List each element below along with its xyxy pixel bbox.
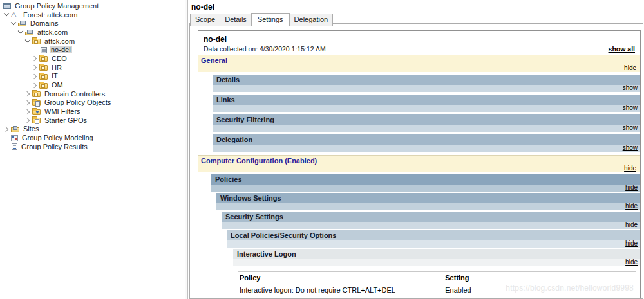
tree-item-ceo[interactable]: CEO	[0, 54, 185, 63]
tree-item-sites[interactable]: Sites	[0, 125, 185, 134]
gpo-link-icon	[41, 47, 47, 53]
tree-item-domains[interactable]: Domains	[0, 19, 185, 28]
policies-hide-link[interactable]: hide	[625, 184, 638, 191]
wmi-filters-icon	[32, 109, 41, 115]
local-policies-hide-link[interactable]: hide	[625, 240, 638, 247]
sites-icon	[11, 127, 19, 132]
tab-details[interactable]: Details	[220, 14, 252, 26]
gpm-console-icon	[3, 3, 11, 9]
band-security-filtering-title: Security Filtering	[213, 114, 640, 125]
ou-folder-icon	[39, 74, 48, 80]
chevron-right-icon[interactable]	[32, 55, 39, 62]
tab-delegation[interactable]: Delegation	[289, 14, 334, 26]
results-icon	[12, 143, 17, 150]
tree-item-domain-controllers[interactable]: Domain Controllers	[0, 89, 185, 98]
delegation-show-link[interactable]: show	[623, 144, 638, 151]
tree-item-label: Domain Controllers	[43, 90, 106, 98]
chevron-down-icon[interactable]	[10, 20, 18, 27]
security-settings-hide-link[interactable]: hide	[625, 221, 638, 228]
chevron-right-icon[interactable]	[32, 82, 39, 89]
tree-item-label: attck.com	[43, 37, 76, 45]
gpo-folder-icon	[32, 100, 41, 106]
section-general-title: General	[201, 57, 638, 64]
tree-item-label: Starter GPOs	[43, 116, 88, 124]
tree-item-label: WMI Filters	[43, 107, 82, 115]
details-show-link[interactable]: show	[623, 84, 638, 91]
computer-hide-link[interactable]: hide	[624, 165, 636, 172]
details-pane: no-del Scope Details Settings Delegation…	[188, 0, 644, 299]
band-interactive-logon: Interactive Logon hide	[233, 249, 640, 266]
tree-item-no-del[interactable]: no-del	[0, 45, 185, 54]
tab-scope[interactable]: Scope	[190, 14, 220, 26]
band-local-policies: Local Policies/Security Options hide	[227, 230, 640, 248]
chevron-down-icon[interactable]	[17, 28, 25, 35]
tree-item-group-policy-results[interactable]: Group Policy Results	[0, 142, 185, 151]
expander-spacer	[3, 134, 11, 141]
ou-folder-icon	[39, 56, 48, 62]
show-all-link[interactable]: show all	[609, 45, 635, 53]
domains-icon	[18, 23, 26, 26]
tree-item-domain-attck[interactable]: attck.com	[0, 28, 185, 37]
tree-item-label: HR	[50, 64, 63, 71]
tree-item-label: IT	[50, 72, 59, 80]
chevron-right-icon[interactable]	[24, 99, 32, 106]
tree-item-label: Forest: attck.com	[22, 11, 79, 19]
console-tree: Group Policy Management Forest: attck.co…	[0, 0, 185, 299]
chevron-right-icon[interactable]	[24, 108, 32, 115]
page-title: no-del	[188, 0, 644, 13]
general-hide-link[interactable]: hide	[624, 64, 636, 71]
band-security-filtering: Security Filtering show	[213, 114, 640, 132]
tab-strip: Scope Details Settings Delegation	[188, 13, 644, 25]
interactive-logon-hide-link[interactable]: hide	[625, 258, 638, 266]
band-windows-settings: Windows Settings hide	[216, 193, 640, 210]
tree-item-label: Domains	[29, 19, 59, 27]
band-links-title: Links	[213, 95, 640, 105]
policy-column-header: Policy	[240, 274, 445, 282]
windows-settings-hide-link[interactable]: hide	[625, 203, 638, 210]
section-computer-title: Computer Configuration (Enabled)	[201, 157, 638, 165]
tree-item-group-policy-management[interactable]: Group Policy Management	[0, 1, 185, 10]
expander-spacer	[3, 143, 11, 150]
chevron-right-icon[interactable]	[3, 125, 11, 132]
gpmc-window: Group Policy Management Forest: attck.co…	[0, 0, 644, 299]
band-details-title: Details	[213, 75, 640, 85]
tree-item-hr[interactable]: HR	[0, 63, 185, 72]
expander-spacer	[32, 46, 39, 53]
chevron-down-icon[interactable]	[3, 11, 11, 18]
tree-item-group-policy-modeling[interactable]: Group Policy Modeling	[0, 133, 185, 142]
ou-folder-icon	[39, 65, 48, 71]
ou-folder-icon	[39, 83, 48, 89]
tree-item-group-policy-objects[interactable]: Group Policy Objects	[0, 98, 185, 107]
band-details: Details show	[213, 75, 640, 92]
tab-settings[interactable]: Settings	[251, 13, 290, 25]
tree-item-label: Group Policy Objects	[43, 98, 112, 106]
chevron-down-icon[interactable]	[24, 37, 32, 44]
tree-item-label: attck.com	[36, 28, 69, 36]
chevron-right-icon[interactable]	[24, 116, 32, 123]
policy-cell: Interactive logon: Do not require CTRL+A…	[240, 286, 445, 294]
security-filtering-show-link[interactable]: show	[623, 124, 638, 131]
links-show-link[interactable]: show	[623, 104, 638, 111]
tree-item-om[interactable]: OM	[0, 80, 185, 89]
tree-item-forest[interactable]: Forest: attck.com	[0, 10, 185, 19]
settings-tab-page: no-del Data collected on: 4/30/2020 1:15…	[189, 23, 643, 299]
ou-folder-icon	[32, 39, 41, 44]
chevron-right-icon[interactable]	[32, 73, 39, 80]
tree-item-label: Sites	[22, 125, 40, 132]
tree-item-ou-attck[interactable]: attck.com	[0, 37, 185, 46]
watermark: https://blog.csdn.net/helloworld9998	[506, 284, 634, 293]
band-security-settings-title: Security Settings	[222, 212, 640, 222]
gpo-settings-report: no-del Data collected on: 4/30/2020 1:15…	[198, 30, 641, 299]
chevron-right-icon[interactable]	[24, 90, 32, 97]
tree-item-label: OM	[50, 81, 64, 89]
data-collected-text: Data collected on: 4/30/2020 1:15:12 AM	[204, 45, 326, 53]
domain-icon	[25, 32, 33, 35]
chevron-right-icon[interactable]	[32, 64, 39, 71]
tree-item-starter-gpos[interactable]: Starter GPOs	[0, 116, 185, 125]
modeling-icon	[11, 135, 18, 141]
tree-item-wmi-filters[interactable]: WMI Filters	[0, 107, 185, 116]
band-security-settings: Security Settings hide	[222, 212, 640, 229]
tree-item-it[interactable]: IT	[0, 72, 185, 81]
band-interactive-logon-title: Interactive Logon	[233, 249, 640, 259]
band-links: Links show	[213, 95, 640, 112]
